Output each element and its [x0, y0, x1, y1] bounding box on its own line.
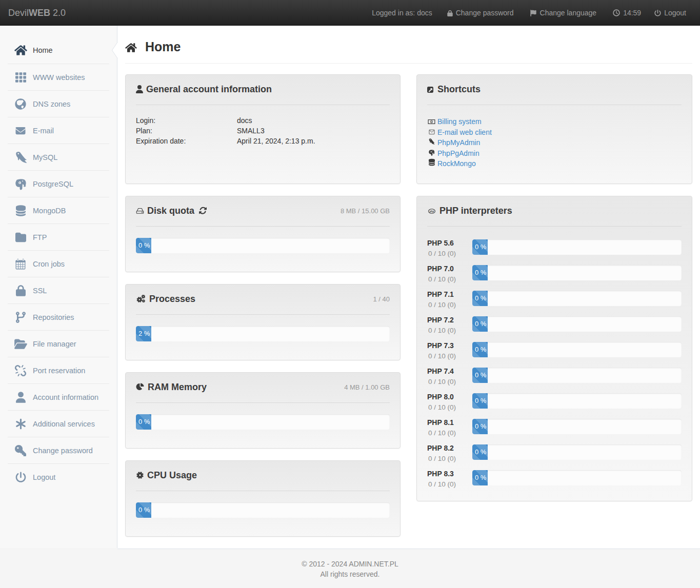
svg-text:php: php — [429, 210, 434, 213]
svg-text:0: 0 — [431, 121, 432, 123]
